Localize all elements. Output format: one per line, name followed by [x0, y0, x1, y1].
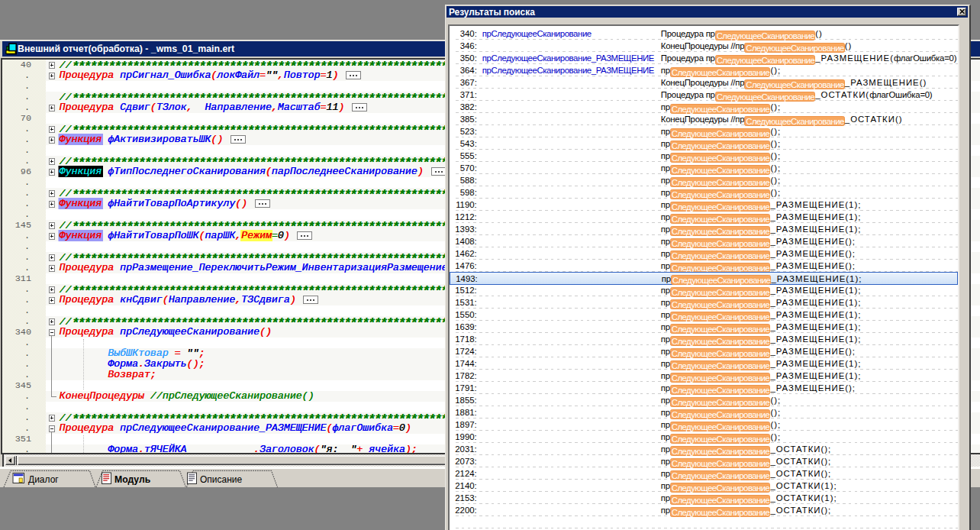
- svg-text:Диалог: Диалог: [28, 473, 59, 484]
- svg-text:Описание: Описание: [200, 473, 243, 484]
- svg-text:Модуль: Модуль: [114, 473, 150, 484]
